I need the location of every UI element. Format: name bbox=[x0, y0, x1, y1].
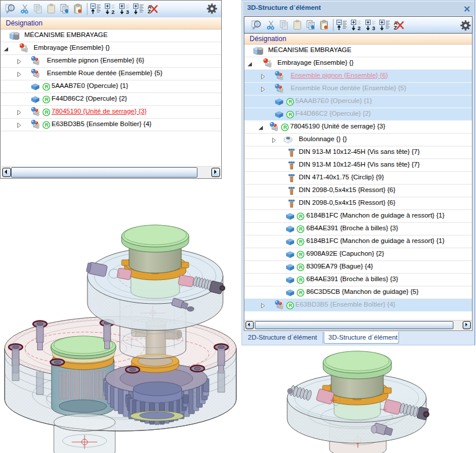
svg-text:R: R bbox=[45, 109, 49, 115]
svg-text:Z: Z bbox=[148, 9, 151, 14]
svg-text:R: R bbox=[299, 290, 303, 296]
svg-text:R: R bbox=[299, 264, 303, 270]
svg-text:R: R bbox=[45, 122, 49, 128]
svg-text:R: R bbox=[45, 84, 49, 90]
svg-text:R: R bbox=[45, 97, 49, 102]
svg-text:3: 3 bbox=[126, 9, 129, 15]
svg-text:2: 2 bbox=[358, 25, 361, 31]
svg-text:R: R bbox=[288, 303, 292, 308]
svg-text:R: R bbox=[299, 277, 303, 283]
svg-text:R: R bbox=[288, 99, 292, 105]
svg-text:R: R bbox=[299, 252, 303, 257]
svg-text:3: 3 bbox=[372, 25, 375, 31]
svg-text:R: R bbox=[299, 226, 303, 232]
svg-text:Z: Z bbox=[394, 25, 397, 31]
svg-text:R: R bbox=[288, 112, 292, 117]
svg-text:R: R bbox=[299, 239, 303, 245]
svg-text:R: R bbox=[283, 124, 287, 130]
svg-text:R: R bbox=[299, 213, 303, 219]
svg-text:2: 2 bbox=[112, 9, 115, 15]
